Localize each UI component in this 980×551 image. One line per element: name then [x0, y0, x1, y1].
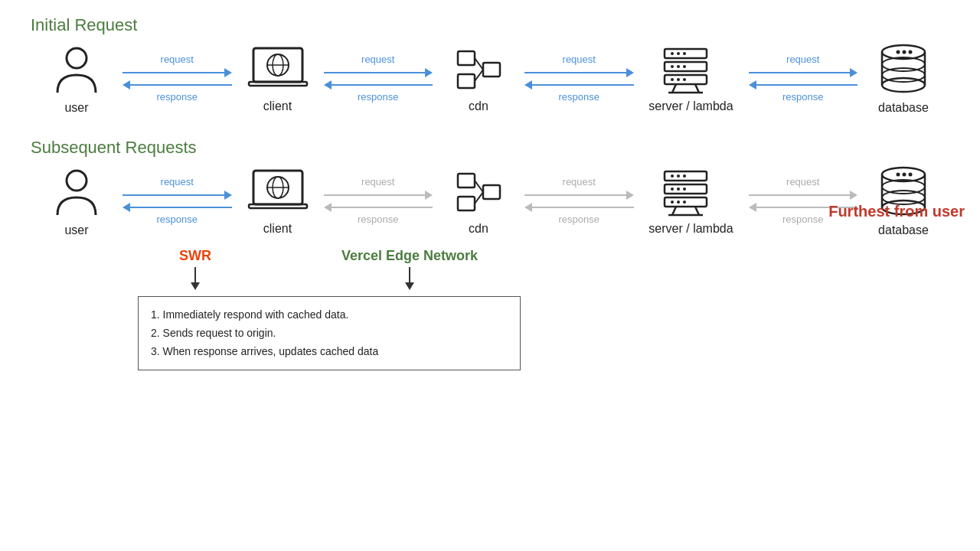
arrow3-req-initial [524, 68, 634, 77]
svg-point-55 [671, 201, 674, 204]
arrow3-sub: request response [524, 176, 634, 227]
section2: Subsequent Requests user request [31, 138, 949, 370]
svg-line-24 [695, 84, 699, 93]
svg-point-49 [671, 174, 674, 178]
arrow1-req-sub [122, 191, 232, 200]
svg-line-45 [475, 192, 483, 204]
arrow4-initial: request response [749, 54, 858, 104]
svg-line-58 [672, 207, 676, 215]
svg-point-22 [683, 78, 686, 81]
arrow4-req-sub [749, 191, 858, 200]
svg-line-9 [475, 58, 483, 70]
svg-point-52 [671, 187, 674, 191]
svg-point-69 [908, 173, 912, 177]
user-label-sub: user [64, 223, 88, 237]
svg-rect-6 [458, 51, 475, 65]
svg-point-35 [67, 171, 87, 191]
arrow4-resp-label-initial: response [782, 91, 823, 103]
cdn-label-initial: cdn [469, 99, 488, 113]
arrow3-resp-sub [524, 203, 634, 212]
furthest-label: Furthest from user [828, 203, 965, 220]
laptop-icon-sub [247, 168, 309, 217]
info-item-3: 3. When response arrives, updates cached… [151, 343, 508, 361]
svg-line-59 [695, 207, 699, 215]
server-node-sub: server / lambda [634, 168, 749, 236]
cdn-label-sub: cdn [469, 222, 488, 236]
arrow4-resp-initial [749, 80, 858, 90]
server-label-initial: server / lambda [648, 99, 733, 113]
cdn-node-initial: cdn [433, 45, 524, 113]
server-node-initial: server / lambda [634, 45, 749, 113]
vercel-edge-label: Vercel Edge Network [341, 248, 478, 264]
server-label-sub: server / lambda [648, 222, 733, 236]
svg-point-15 [677, 52, 680, 55]
server-icon-sub [661, 168, 722, 217]
arrow2-req-label-sub: request [361, 176, 394, 187]
database-label-sub: database [878, 223, 929, 237]
arrow3-resp-label-sub: response [559, 214, 599, 225]
user-icon-initial [50, 43, 103, 96]
arrow1-initial: request response [122, 54, 232, 104]
svg-point-51 [683, 174, 686, 178]
info-box: 1. Immediately respond with cached data.… [138, 296, 521, 370]
svg-point-21 [677, 78, 680, 81]
client-label-initial: client [263, 99, 292, 113]
svg-line-44 [475, 181, 483, 192]
diagram: Initial Request user request respon [0, 0, 980, 551]
arrow3-resp-initial [524, 80, 634, 90]
arrow2-req-label-initial: request [361, 54, 394, 65]
svg-point-33 [902, 51, 906, 54]
svg-rect-7 [458, 74, 475, 88]
arrow1-resp-label-sub: response [157, 214, 198, 225]
svg-point-17 [671, 65, 674, 68]
svg-line-10 [475, 70, 483, 81]
initial-request-row: user request response [31, 43, 949, 115]
user-label-initial: user [64, 101, 88, 115]
database-label-initial: database [878, 101, 929, 115]
arrow2-resp-initial [324, 80, 433, 90]
svg-point-32 [896, 51, 900, 54]
info-item-2: 2. Sends request to origin. [151, 324, 508, 343]
arrow1-req-initial [122, 68, 232, 77]
arrow3-req-label-sub: request [563, 176, 596, 187]
arrow4-req-label-sub: request [786, 176, 819, 187]
svg-point-57 [683, 201, 686, 204]
svg-point-14 [671, 52, 674, 55]
svg-point-19 [683, 65, 686, 68]
cdn-icon-initial [454, 45, 504, 95]
arrow1-resp-sub [122, 203, 232, 212]
svg-point-68 [902, 173, 906, 177]
client-label-sub: client [263, 222, 292, 236]
svg-point-34 [908, 51, 912, 54]
arrow2-resp-sub [324, 203, 433, 212]
user-node-sub: user [31, 165, 122, 237]
svg-point-54 [683, 187, 686, 191]
arrow2-sub: request response [324, 176, 433, 227]
svg-rect-5 [249, 82, 307, 86]
svg-rect-8 [483, 63, 500, 77]
arrow4-resp-label-sub: response [782, 214, 823, 225]
arrow2-initial: request response [324, 54, 433, 104]
database-node-sub: database [858, 165, 949, 237]
svg-point-16 [683, 52, 686, 55]
client-node-sub: client [232, 168, 324, 236]
arrow4-req-label-initial: request [786, 54, 819, 65]
cdn-icon-sub [454, 168, 504, 217]
arrow1-req-label-initial: request [161, 54, 194, 65]
svg-rect-43 [483, 185, 500, 199]
arrow3-req-label-initial: request [563, 54, 596, 65]
svg-rect-40 [249, 204, 307, 208]
svg-point-0 [67, 48, 87, 68]
database-icon-initial [875, 43, 933, 96]
svg-point-53 [677, 187, 680, 191]
svg-point-56 [677, 201, 680, 204]
arrow1-req-label-sub: request [161, 176, 194, 187]
arrow4-req-initial [749, 68, 858, 77]
arrow3-initial: request response [524, 54, 634, 104]
arrow1-resp-initial [122, 80, 232, 90]
svg-point-50 [677, 174, 680, 178]
svg-point-67 [896, 173, 900, 177]
svg-point-20 [671, 78, 674, 81]
user-icon-sub [50, 165, 103, 219]
svg-point-18 [677, 65, 680, 68]
